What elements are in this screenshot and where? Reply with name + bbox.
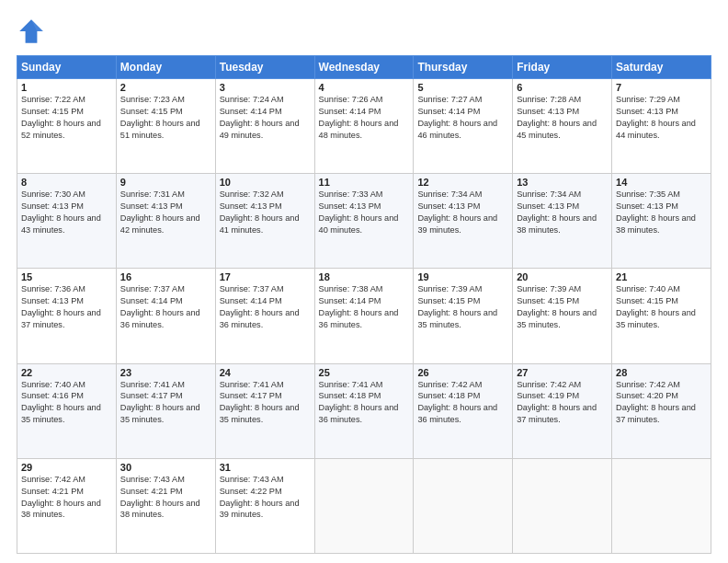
- table-row: 4 Sunrise: 7:26 AMSunset: 4:14 PMDayligh…: [314, 79, 414, 174]
- table-row: 3 Sunrise: 7:24 AMSunset: 4:14 PMDayligh…: [215, 79, 314, 174]
- cell-info: Sunrise: 7:28 AMSunset: 4:13 PMDaylight:…: [517, 95, 597, 140]
- day-number: 3: [220, 82, 311, 93]
- cell-info: Sunrise: 7:41 AMSunset: 4:17 PMDaylight:…: [220, 380, 300, 425]
- table-row: 22 Sunrise: 7:40 AMSunset: 4:16 PMDaylig…: [17, 363, 117, 458]
- day-number: 31: [220, 462, 311, 473]
- cell-info: Sunrise: 7:26 AMSunset: 4:14 PMDaylight:…: [319, 95, 399, 140]
- table-row: 28 Sunrise: 7:42 AMSunset: 4:20 PMDaylig…: [612, 363, 711, 458]
- day-number: 28: [616, 367, 707, 378]
- cell-info: Sunrise: 7:42 AMSunset: 4:19 PMDaylight:…: [517, 380, 597, 425]
- table-row: 26 Sunrise: 7:42 AMSunset: 4:18 PMDaylig…: [414, 363, 513, 458]
- cell-info: Sunrise: 7:40 AMSunset: 4:15 PMDaylight:…: [616, 284, 696, 329]
- day-number: 19: [417, 271, 508, 282]
- cell-info: Sunrise: 7:39 AMSunset: 4:15 PMDaylight:…: [517, 284, 597, 329]
- cell-info: Sunrise: 7:37 AMSunset: 4:14 PMDaylight:…: [220, 284, 300, 329]
- table-row: 18 Sunrise: 7:38 AMSunset: 4:14 PMDaylig…: [314, 269, 414, 363]
- cell-info: Sunrise: 7:29 AMSunset: 4:13 PMDaylight:…: [616, 95, 696, 140]
- day-number: 30: [120, 462, 211, 473]
- page: SundayMondayTuesdayWednesdayThursdayFrid…: [0, 0, 728, 563]
- day-number: 20: [517, 271, 608, 282]
- cell-info: Sunrise: 7:37 AMSunset: 4:14 PMDaylight:…: [120, 284, 200, 329]
- table-row: 16 Sunrise: 7:37 AMSunset: 4:14 PMDaylig…: [116, 269, 215, 363]
- day-number: 23: [120, 367, 211, 378]
- day-number: 7: [616, 82, 707, 93]
- day-number: 29: [21, 462, 112, 473]
- table-row: 25 Sunrise: 7:41 AMSunset: 4:18 PMDaylig…: [314, 363, 414, 458]
- day-number: 26: [417, 367, 508, 378]
- table-row: [513, 458, 612, 553]
- cell-info: Sunrise: 7:23 AMSunset: 4:15 PMDaylight:…: [120, 95, 200, 140]
- table-row: [612, 458, 711, 553]
- cell-info: Sunrise: 7:42 AMSunset: 4:18 PMDaylight:…: [417, 380, 497, 425]
- table-row: 6 Sunrise: 7:28 AMSunset: 4:13 PMDayligh…: [513, 79, 612, 174]
- table-row: [414, 458, 513, 553]
- cell-info: Sunrise: 7:41 AMSunset: 4:18 PMDaylight:…: [319, 380, 399, 425]
- table-row: 15 Sunrise: 7:36 AMSunset: 4:13 PMDaylig…: [17, 269, 117, 363]
- col-header-friday: Friday: [513, 56, 612, 79]
- col-header-wednesday: Wednesday: [314, 56, 414, 79]
- table-row: 12 Sunrise: 7:34 AMSunset: 4:13 PMDaylig…: [414, 174, 513, 269]
- day-number: 9: [120, 177, 211, 188]
- table-row: 24 Sunrise: 7:41 AMSunset: 4:17 PMDaylig…: [215, 363, 314, 458]
- logo-icon: [17, 17, 46, 46]
- col-header-sunday: Sunday: [17, 56, 117, 79]
- table-row: 10 Sunrise: 7:32 AMSunset: 4:13 PMDaylig…: [215, 174, 314, 269]
- day-number: 14: [616, 177, 707, 188]
- cell-info: Sunrise: 7:30 AMSunset: 4:13 PMDaylight:…: [21, 190, 101, 235]
- table-row: 9 Sunrise: 7:31 AMSunset: 4:13 PMDayligh…: [116, 174, 215, 269]
- day-number: 21: [616, 271, 707, 282]
- table-row: 5 Sunrise: 7:27 AMSunset: 4:14 PMDayligh…: [414, 79, 513, 174]
- cell-info: Sunrise: 7:38 AMSunset: 4:14 PMDaylight:…: [319, 284, 399, 329]
- cell-info: Sunrise: 7:35 AMSunset: 4:13 PMDaylight:…: [616, 190, 696, 235]
- day-number: 4: [319, 82, 410, 93]
- table-row: 11 Sunrise: 7:33 AMSunset: 4:13 PMDaylig…: [314, 174, 414, 269]
- day-number: 8: [21, 177, 112, 188]
- day-number: 15: [21, 271, 112, 282]
- day-number: 16: [120, 271, 211, 282]
- day-number: 5: [417, 82, 508, 93]
- col-header-monday: Monday: [116, 56, 215, 79]
- cell-info: Sunrise: 7:31 AMSunset: 4:13 PMDaylight:…: [120, 190, 200, 235]
- cell-info: Sunrise: 7:42 AMSunset: 4:20 PMDaylight:…: [616, 380, 696, 425]
- cell-info: Sunrise: 7:22 AMSunset: 4:15 PMDaylight:…: [21, 95, 101, 140]
- cell-info: Sunrise: 7:34 AMSunset: 4:13 PMDaylight:…: [517, 190, 597, 235]
- table-row: 14 Sunrise: 7:35 AMSunset: 4:13 PMDaylig…: [612, 174, 711, 269]
- cell-info: Sunrise: 7:41 AMSunset: 4:17 PMDaylight:…: [120, 380, 200, 425]
- cell-info: Sunrise: 7:43 AMSunset: 4:21 PMDaylight:…: [120, 475, 200, 520]
- col-header-tuesday: Tuesday: [215, 56, 314, 79]
- day-number: 25: [319, 367, 410, 378]
- cell-info: Sunrise: 7:24 AMSunset: 4:14 PMDaylight:…: [220, 95, 300, 140]
- cell-info: Sunrise: 7:42 AMSunset: 4:21 PMDaylight:…: [21, 475, 101, 520]
- day-number: 17: [220, 271, 311, 282]
- cell-info: Sunrise: 7:27 AMSunset: 4:14 PMDaylight:…: [417, 95, 497, 140]
- day-number: 6: [517, 82, 608, 93]
- cell-info: Sunrise: 7:34 AMSunset: 4:13 PMDaylight:…: [417, 190, 497, 235]
- table-row: 29 Sunrise: 7:42 AMSunset: 4:21 PMDaylig…: [17, 458, 117, 553]
- table-row: 2 Sunrise: 7:23 AMSunset: 4:15 PMDayligh…: [116, 79, 215, 174]
- table-row: 13 Sunrise: 7:34 AMSunset: 4:13 PMDaylig…: [513, 174, 612, 269]
- day-number: 2: [120, 82, 211, 93]
- table-row: 27 Sunrise: 7:42 AMSunset: 4:19 PMDaylig…: [513, 363, 612, 458]
- col-header-saturday: Saturday: [612, 56, 711, 79]
- day-number: 13: [517, 177, 608, 188]
- table-row: 23 Sunrise: 7:41 AMSunset: 4:17 PMDaylig…: [116, 363, 215, 458]
- table-row: 20 Sunrise: 7:39 AMSunset: 4:15 PMDaylig…: [513, 269, 612, 363]
- day-number: 18: [319, 271, 410, 282]
- header: [17, 17, 711, 46]
- day-number: 22: [21, 367, 112, 378]
- day-number: 1: [21, 82, 112, 93]
- table-row: 17 Sunrise: 7:37 AMSunset: 4:14 PMDaylig…: [215, 269, 314, 363]
- day-number: 24: [220, 367, 311, 378]
- cell-info: Sunrise: 7:32 AMSunset: 4:13 PMDaylight:…: [220, 190, 300, 235]
- table-row: 1 Sunrise: 7:22 AMSunset: 4:15 PMDayligh…: [17, 79, 117, 174]
- table-row: 30 Sunrise: 7:43 AMSunset: 4:21 PMDaylig…: [116, 458, 215, 553]
- table-row: 21 Sunrise: 7:40 AMSunset: 4:15 PMDaylig…: [612, 269, 711, 363]
- calendar-table: SundayMondayTuesdayWednesdayThursdayFrid…: [17, 55, 711, 554]
- table-row: [314, 458, 414, 553]
- col-header-thursday: Thursday: [414, 56, 513, 79]
- table-row: 8 Sunrise: 7:30 AMSunset: 4:13 PMDayligh…: [17, 174, 117, 269]
- day-number: 11: [319, 177, 410, 188]
- table-row: 31 Sunrise: 7:43 AMSunset: 4:22 PMDaylig…: [215, 458, 314, 553]
- table-row: 7 Sunrise: 7:29 AMSunset: 4:13 PMDayligh…: [612, 79, 711, 174]
- day-number: 27: [517, 367, 608, 378]
